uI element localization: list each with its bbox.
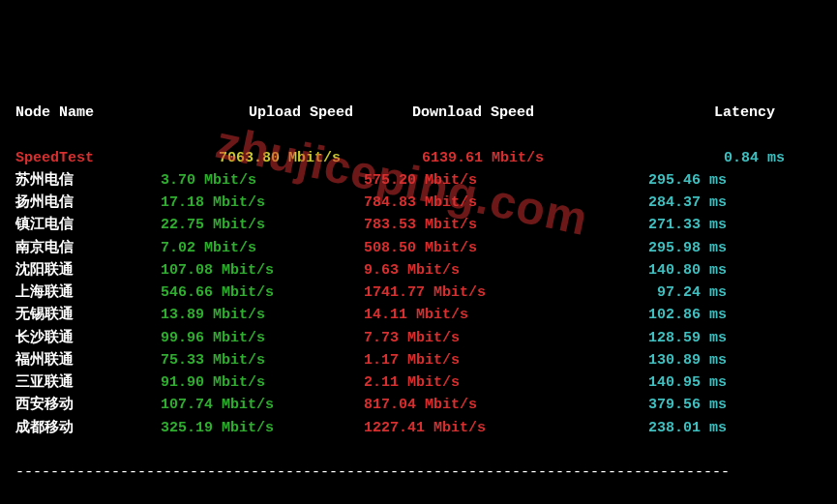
table-row: 福州联通75.33 Mbit/s1.17 Mbit/s130.89 ms [15,349,822,371]
upload-speed: 22.75 Mbit/s [161,214,364,236]
table-row: 长沙联通99.96 Mbit/s7.73 Mbit/s128.59 ms [15,327,822,349]
upload-speed: 17.18 Mbit/s [161,192,364,214]
download-speed: 2.11 Mbit/s [364,371,591,394]
divider: ----------------------------------------… [15,461,822,484]
node-name: 福州联通 [15,349,161,371]
table-header: Node NameUpload SpeedDownload SpeedLaten… [15,102,822,124]
table-row: 三亚联通91.90 Mbit/s2.11 Mbit/s140.95 ms [15,371,822,394]
latency: 140.80 ms [591,259,727,282]
latency: 128.59 ms [591,327,727,349]
table-row: 成都移动325.19 Mbit/s1227.41 Mbit/s238.01 ms [15,417,822,439]
latency: 0.84 ms [649,147,785,169]
download-speed: 817.04 Mbit/s [364,394,591,416]
upload-speed: 107.08 Mbit/s [161,259,364,282]
table-row: 苏州电信3.70 Mbit/s575.20 Mbit/s295.46 ms [15,169,822,192]
upload-speed: 7063.80 Mbit/s [161,147,422,169]
node-name: 苏州电信 [15,169,161,192]
table-row: 无锡联通13.89 Mbit/s14.11 Mbit/s102.86 ms [15,304,822,326]
header-latency: Latency [640,102,775,124]
download-speed: 7.73 Mbit/s [364,327,591,349]
node-name: 上海联通 [15,282,161,304]
download-speed: 783.53 Mbit/s [364,214,591,236]
latency: 295.46 ms [591,169,727,192]
header-node: Node Name [15,102,161,124]
latency: 97.24 ms [591,282,727,304]
node-name: 南京电信 [15,237,161,259]
upload-speed: 546.66 Mbit/s [161,282,364,304]
table-row: 南京电信7.02 Mbit/s508.50 Mbit/s295.98 ms [15,237,822,259]
upload-speed: 91.90 Mbit/s [161,371,364,394]
upload-speed: 99.96 Mbit/s [161,327,364,349]
upload-speed: 75.33 Mbit/s [161,349,364,371]
upload-speed: 3.70 Mbit/s [161,169,364,192]
latency: 130.89 ms [591,349,727,371]
node-name: 西安移动 [15,394,161,416]
download-speed: 508.50 Mbit/s [364,237,591,259]
download-speed: 9.63 Mbit/s [364,259,591,282]
download-speed: 1741.77 Mbit/s [364,282,591,304]
download-speed: 14.11 Mbit/s [364,304,591,326]
download-speed: 784.83 Mbit/s [364,192,591,214]
node-name: 成都移动 [15,417,161,439]
node-name: 三亚联通 [15,371,161,394]
table-row: 镇江电信22.75 Mbit/s783.53 Mbit/s271.33 ms [15,214,822,236]
latency: 238.01 ms [591,417,727,439]
table-row: SpeedTest7063.80 Mbit/s6139.61 Mbit/s0.8… [15,147,822,169]
table-row: 西安移动107.74 Mbit/s817.04 Mbit/s379.56 ms [15,394,822,416]
table-row: 上海联通546.66 Mbit/s1741.77 Mbit/s97.24 ms [15,282,822,304]
download-speed: 1227.41 Mbit/s [364,417,591,439]
table-row: 扬州电信17.18 Mbit/s784.83 Mbit/s284.37 ms [15,192,822,214]
upload-speed: 325.19 Mbit/s [161,417,364,439]
node-name: 长沙联通 [15,327,161,349]
table-row: 沈阳联通107.08 Mbit/s9.63 Mbit/s140.80 ms [15,259,822,282]
table-body: SpeedTest7063.80 Mbit/s6139.61 Mbit/s0.8… [15,147,822,439]
download-speed: 1.17 Mbit/s [364,349,591,371]
node-name: SpeedTest [15,147,161,169]
node-name: 镇江电信 [15,214,161,236]
download-speed: 6139.61 Mbit/s [422,147,649,169]
latency: 271.33 ms [591,214,727,236]
header-download: Download Speed [403,102,640,124]
latency: 379.56 ms [591,394,727,416]
latency: 295.98 ms [591,237,727,259]
node-name: 扬州电信 [15,192,161,214]
node-name: 无锡联通 [15,304,161,326]
latency: 140.95 ms [591,371,727,394]
header-upload: Upload Speed [161,102,403,124]
latency: 284.37 ms [591,192,727,214]
upload-speed: 13.89 Mbit/s [161,304,364,326]
node-name: 沈阳联通 [15,259,161,282]
upload-speed: 7.02 Mbit/s [161,237,364,259]
latency: 102.86 ms [591,304,727,326]
upload-speed: 107.74 Mbit/s [161,394,364,416]
download-speed: 575.20 Mbit/s [364,169,591,192]
